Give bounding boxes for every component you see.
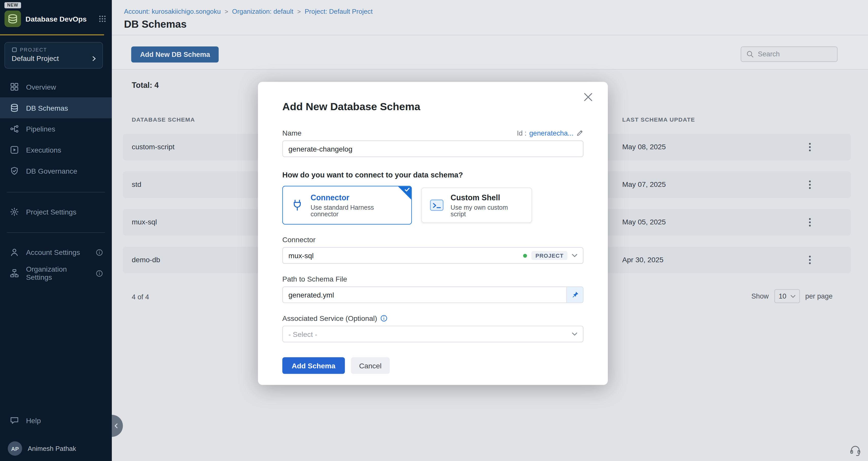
chevron-down-icon [572, 254, 577, 257]
service-placeholder: - Select - [288, 330, 317, 338]
add-schema-modal: Add New Database Schema Name Id : genera… [258, 82, 608, 385]
associated-service-label: Associated Service (Optional) [282, 314, 377, 322]
edit-pencil-icon[interactable] [576, 129, 583, 137]
info-icon[interactable] [380, 315, 388, 322]
connector-value: mux-sql [288, 251, 314, 260]
name-label: Name [282, 129, 302, 137]
app-viewport: NEW Database DevOps PROJECT Default Proj… [0, 0, 868, 461]
modal-title: Add New Database Schema [282, 101, 583, 113]
terminal-icon [430, 198, 444, 212]
id-prefix: Id : [517, 129, 526, 137]
option-subtitle: Use standard Harness connector [311, 204, 404, 217]
connection-options: Connector Use standard Harness connector… [282, 186, 583, 224]
add-schema-submit-button[interactable]: Add Schema [282, 357, 345, 374]
connect-question: How do you want to connect to your data … [282, 171, 583, 179]
associated-service-select[interactable]: - Select - [282, 326, 583, 342]
close-icon[interactable] [583, 92, 593, 102]
scope-badge: PROJECT [532, 251, 567, 260]
chevron-down-icon [572, 332, 577, 336]
option-custom-shell-card[interactable]: Custom Shell Use my own custom script [421, 188, 532, 223]
option-title: Connector [311, 193, 404, 202]
schema-id-row: Id : generatecha... [517, 129, 583, 137]
option-connector-card[interactable]: Connector Use standard Harness connector [282, 186, 412, 224]
connector-select[interactable]: mux-sql PROJECT [282, 247, 583, 264]
connector-plug-icon [291, 199, 304, 212]
cancel-button[interactable]: Cancel [351, 357, 390, 374]
check-icon [405, 188, 410, 192]
path-label: Path to Schema File [282, 275, 583, 283]
schema-name-input[interactable] [282, 140, 583, 157]
option-subtitle: Use my own custom script [451, 204, 524, 217]
path-input[interactable] [282, 286, 583, 303]
path-input-wrap [282, 286, 583, 303]
pin-icon[interactable] [566, 287, 583, 303]
id-link[interactable]: generatecha... [529, 129, 574, 137]
connector-label: Connector [282, 236, 583, 244]
option-title: Custom Shell [451, 193, 524, 202]
status-dot [523, 254, 527, 257]
